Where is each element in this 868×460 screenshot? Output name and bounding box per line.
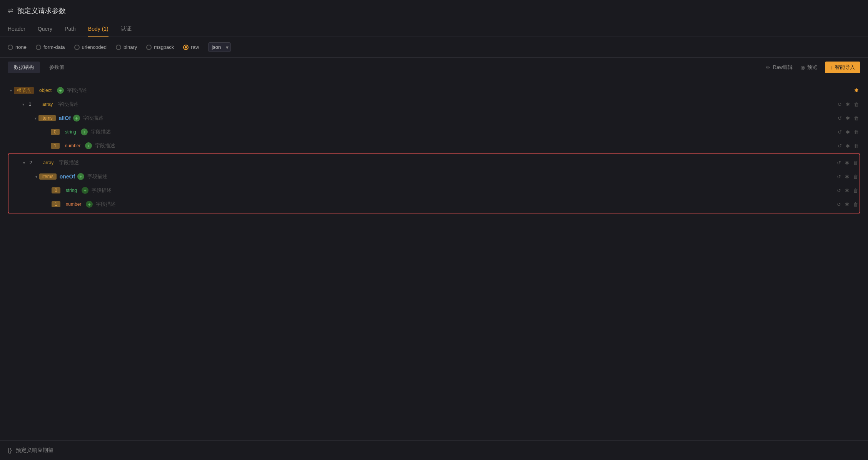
node-1-items-1-reset[interactable]: ↺ [838, 143, 842, 149]
node-1-items-1-type: number [63, 143, 83, 149]
node-1-items-0-star[interactable]: ✱ [846, 129, 850, 135]
node-2-items-chevron[interactable] [33, 173, 39, 180]
eye-icon: ◎ [801, 65, 805, 70]
node-1-items-desc[interactable]: 字段描述 [83, 115, 103, 122]
root-chevron[interactable] [8, 87, 14, 93]
node-1-items-0-desc[interactable]: 字段描述 [91, 128, 111, 135]
node-1-items-tag: items [38, 115, 56, 121]
root-required-star: ✱ [854, 87, 860, 93]
node-2-items-delete[interactable]: 🗑 [853, 174, 858, 180]
node-2-oneof-type: oneOf [60, 173, 75, 180]
radio-binary[interactable]: binary [116, 44, 137, 50]
highlighted-section: 2 array 字段描述 ↺ ✱ 🗑 items oneOf + 字段描述 ↺ [8, 153, 860, 213]
json-type-select[interactable]: json text xml html [208, 42, 231, 52]
node-2-items-1-delete[interactable]: 🗑 [853, 202, 858, 207]
node-1-items-1-row: 1 number + 字段描述 ↺ ✱ 🗑 [45, 139, 860, 153]
data-structure-button[interactable]: 数据结构 [8, 62, 40, 73]
node-1-items-chevron[interactable] [32, 115, 38, 121]
node-1-items-actions: ↺ ✱ 🗑 [838, 115, 860, 121]
node-2-items-0-type: string [63, 187, 79, 193]
node-1-type: array [40, 101, 55, 107]
tab-body[interactable]: Body (1) [88, 22, 108, 37]
tab-path[interactable]: Path [65, 22, 76, 37]
node-1-items-add[interactable]: + [73, 115, 80, 122]
node-2-delete[interactable]: 🗑 [853, 160, 858, 166]
node-1-items-0-row: 0 string + 字段描述 ↺ ✱ 🗑 [45, 125, 860, 139]
radio-circle-none [8, 45, 13, 50]
node-1-items-0-reset[interactable]: ↺ [838, 129, 842, 135]
root-type: object [37, 87, 54, 93]
node-2-items-0-add[interactable]: + [82, 187, 88, 194]
title-bar: ⇌ 预定义请求参数 [0, 6, 868, 22]
node-2-items-1-actions: ↺ ✱ 🗑 [837, 202, 860, 207]
node-2-items-0-index: 0 [52, 187, 60, 193]
node-1-chevron[interactable] [20, 101, 26, 107]
node-1-items-1-index: 1 [51, 143, 60, 149]
radio-none[interactable]: none [8, 44, 27, 50]
node-2-items-1-type: number [63, 201, 84, 207]
toolbar-right: ✏ Raw编辑 ◎ 预览 ↑ 智能导入 [766, 62, 860, 73]
node-2-star[interactable]: ✱ [845, 160, 849, 166]
node-2-items-1-star[interactable]: ✱ [845, 202, 849, 207]
import-icon: ↑ [830, 65, 833, 70]
tabs-bar: Header Query Path Body (1) 认证 [0, 22, 868, 37]
node-2-reset[interactable]: ↺ [837, 160, 841, 166]
node-2-items-0-star[interactable]: ✱ [845, 188, 849, 193]
node-1-items-1-actions: ↺ ✱ 🗑 [838, 143, 860, 149]
smart-import-button[interactable]: ↑ 智能导入 [825, 62, 861, 73]
node-2-chevron[interactable] [21, 160, 27, 166]
node-2-items-1-reset[interactable]: ↺ [837, 202, 841, 207]
node-2-items-1-desc[interactable]: 字段描述 [96, 201, 116, 208]
root-add-button[interactable]: + [57, 87, 64, 94]
tab-header[interactable]: Header [8, 22, 25, 37]
radio-circle-msgpack [146, 45, 152, 50]
node-1-items-delete[interactable]: 🗑 [854, 115, 859, 121]
tab-auth[interactable]: 认证 [121, 22, 132, 37]
node-2-items-0-reset[interactable]: ↺ [837, 188, 841, 193]
node-1-items-0-delete[interactable]: 🗑 [854, 129, 859, 135]
bottom-bar: {} 预定义响应期望 [0, 440, 868, 460]
json-type-select-wrap[interactable]: json text xml html [208, 42, 231, 52]
node-1-items-0-add[interactable]: + [81, 128, 88, 135]
preview-action[interactable]: ◎ 预览 [801, 64, 817, 71]
node-1-actions: ↺ ✱ 🗑 [838, 102, 860, 107]
node-1-items-1-desc[interactable]: 字段描述 [95, 142, 115, 149]
node-1-items-0-index: 0 [51, 129, 60, 135]
node-2-items-1-index: 1 [52, 201, 60, 207]
node-1-index: 1 [26, 102, 34, 107]
schema-area: 根节点 object + 字段描述 ✱ 1 array 字段描述 ↺ ✱ 🗑 i… [0, 77, 868, 440]
node-2-items-star[interactable]: ✱ [845, 174, 849, 180]
node-1-items-star[interactable]: ✱ [846, 115, 850, 121]
node-2-items-actions: ↺ ✱ 🗑 [837, 174, 860, 180]
raw-edit-action[interactable]: ✏ Raw编辑 [766, 64, 793, 71]
node-2-items-reset[interactable]: ↺ [837, 174, 841, 180]
radio-raw[interactable]: raw [183, 44, 199, 50]
node-1-items-1-delete[interactable]: 🗑 [854, 143, 859, 149]
node-1-star[interactable]: ✱ [846, 102, 850, 107]
node-1-items-1-add[interactable]: + [85, 142, 92, 149]
node-1-desc[interactable]: 字段描述 [58, 101, 78, 108]
node-1-reset[interactable]: ↺ [838, 102, 842, 107]
node-1-items-1-star[interactable]: ✱ [846, 143, 850, 149]
node-2-items-0-actions: ↺ ✱ 🗑 [837, 188, 860, 193]
root-desc[interactable]: 字段描述 [67, 87, 87, 94]
node-2-items-0-desc[interactable]: 字段描述 [92, 187, 112, 194]
node-1-delete[interactable]: 🗑 [854, 102, 859, 107]
param-values-button[interactable]: 参数值 [43, 62, 70, 73]
node-1-items-0-actions: ↺ ✱ 🗑 [838, 129, 860, 135]
radio-form-data[interactable]: form-data [36, 44, 65, 50]
node-1-items-row: items allOf + 字段描述 ↺ ✱ 🗑 [32, 111, 860, 125]
node-2-items-0-delete[interactable]: 🗑 [853, 188, 858, 193]
node-2-items-1-row: 1 number + 字段描述 ↺ ✱ 🗑 [45, 197, 860, 211]
node-2-items-add[interactable]: + [77, 173, 84, 180]
node-1-items-reset[interactable]: ↺ [838, 115, 842, 121]
root-label-tag: 根节点 [14, 87, 34, 94]
radio-urlencoded[interactable]: urlencoded [74, 44, 107, 50]
node-2-items-desc[interactable]: 字段描述 [87, 173, 107, 180]
toolbar: 数据结构 参数值 ✏ Raw编辑 ◎ 预览 ↑ 智能导入 [0, 58, 868, 77]
node-2-desc[interactable]: 字段描述 [59, 159, 79, 166]
node-2-items-0-row: 0 string + 字段描述 ↺ ✱ 🗑 [45, 183, 860, 197]
node-2-items-1-add[interactable]: + [86, 201, 93, 208]
tab-query[interactable]: Query [38, 22, 52, 37]
radio-msgpack[interactable]: msgpack [146, 44, 174, 50]
